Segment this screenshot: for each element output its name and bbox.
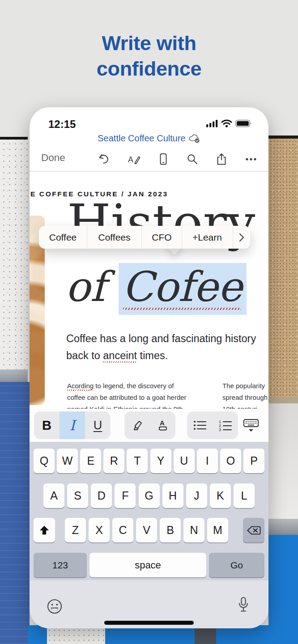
wifi-icon	[221, 119, 232, 127]
key[interactable]: L	[234, 483, 255, 508]
key[interactable]: G	[139, 483, 160, 508]
bg-speckled-tile-left	[0, 137, 28, 369]
signal-icon	[206, 119, 218, 127]
go-key[interactable]: Go	[209, 553, 264, 577]
numbered-list-button[interactable]: 123	[213, 411, 238, 439]
col1-line2: coffee can be attributed to a goat herde…	[67, 392, 195, 403]
shift-icon	[38, 525, 50, 536]
col2-line2: spread through	[222, 392, 268, 403]
col1-line3-clipped: named Kaldi in Ethiopia around the 9th	[67, 403, 195, 409]
col2-line3-clipped: 10th centuri	[222, 403, 268, 409]
key[interactable]: D	[91, 483, 112, 508]
misspelled-word[interactable]: Acording	[67, 382, 94, 390]
bulleted-list-icon	[193, 420, 207, 431]
key[interactable]: P	[243, 449, 264, 473]
bold-icon: B	[42, 418, 51, 433]
space-key[interactable]: space	[89, 553, 206, 577]
undo-icon[interactable]	[98, 153, 110, 165]
key[interactable]: M	[207, 518, 228, 542]
document-toolbar: A	[98, 150, 257, 168]
key[interactable]: F	[115, 483, 136, 508]
key[interactable]: K	[210, 483, 231, 508]
bg-gray-strip-left	[0, 369, 28, 382]
key[interactable]: U	[174, 449, 195, 473]
lead-paragraph: Coffee has a long and fascinating histor…	[66, 330, 268, 364]
microphone-button[interactable]	[238, 597, 249, 614]
svg-text:3: 3	[219, 428, 221, 431]
lead-line2: back to anceint times.	[66, 347, 268, 364]
mobile-view-icon[interactable]	[158, 153, 169, 165]
key[interactable]: C	[112, 518, 133, 542]
bg-cork-board-right	[268, 136, 298, 398]
suggestion-item[interactable]: Coffees	[87, 226, 141, 249]
key[interactable]: Q	[34, 449, 55, 473]
key[interactable]: N	[183, 518, 204, 542]
backspace-key[interactable]	[243, 518, 264, 542]
share-icon[interactable]	[216, 153, 227, 165]
key[interactable]: H	[162, 483, 183, 508]
status-bar-time: 12:15	[48, 118, 76, 131]
suggestions-more-button[interactable]	[233, 226, 250, 249]
key[interactable]: S	[67, 483, 88, 508]
underline-button[interactable]: U	[85, 411, 111, 439]
key[interactable]: E	[80, 449, 101, 473]
search-icon[interactable]	[187, 153, 198, 165]
underline-icon: U	[94, 419, 102, 432]
key[interactable]: R	[103, 449, 124, 473]
key[interactable]: Z	[65, 518, 86, 542]
italic-icon: I	[69, 417, 75, 433]
italic-button[interactable]: I	[60, 411, 85, 439]
key[interactable]: O	[220, 449, 241, 473]
hero-title-line1: Write with	[0, 30, 298, 56]
article-column-left: Acording to legend, the discovery of cof…	[67, 380, 195, 409]
suggestion-item[interactable]: +Learn	[182, 226, 232, 249]
toolbar-divider	[30, 171, 268, 172]
bold-button[interactable]: B	[34, 411, 60, 439]
selected-word-highlight[interactable]: Cofee	[119, 263, 247, 315]
chevron-right-icon	[239, 233, 244, 242]
bulleted-list-button[interactable]	[187, 411, 213, 439]
key[interactable]: W	[57, 449, 78, 473]
key[interactable]: B	[160, 518, 181, 542]
key[interactable]: J	[186, 483, 207, 508]
col2-line1: The popularity	[222, 380, 268, 392]
shift-key[interactable]	[34, 518, 55, 542]
document-title-bar: Seattle Coffee Culture	[30, 133, 268, 144]
suggestion-item[interactable]: CFO	[141, 226, 182, 249]
more-icon[interactable]	[245, 157, 257, 161]
autocorrect-suggestion-bar: CoffeeCoffeesCFO+Learn	[39, 226, 250, 249]
key[interactable]: V	[136, 518, 157, 542]
home-indicator[interactable]	[104, 621, 194, 625]
document-title[interactable]: Seattle Coffee Culture	[98, 133, 185, 144]
bg-tile-bottom	[47, 628, 105, 644]
svg-text:A: A	[160, 419, 165, 427]
key[interactable]: T	[127, 449, 148, 473]
font-color-icon: A	[157, 419, 169, 432]
key[interactable]: Y	[150, 449, 171, 473]
keyboard: QWERTYUIOP ASDFGHJKL ZXCVBNM 123 spac	[30, 442, 268, 628]
col1-line1: Acording to legend, the discovery of	[67, 380, 195, 392]
numbered-list-icon: 123	[219, 419, 232, 431]
misspelled-word[interactable]: anceint	[103, 350, 137, 361]
dismiss-keyboard-button[interactable]	[238, 411, 264, 439]
bg-blue-right	[268, 535, 298, 644]
format-pen-icon[interactable]: A	[128, 153, 140, 165]
lead-line1: Coffee has a long and fascinating histor…	[66, 330, 268, 347]
list-group: 123	[187, 411, 238, 439]
key[interactable]: I	[197, 449, 218, 473]
key[interactable]: A	[43, 483, 64, 508]
lead-line2-after: times.	[137, 350, 168, 361]
suggestion-item[interactable]: Coffee	[39, 226, 87, 249]
numbers-key[interactable]: 123	[34, 553, 87, 577]
heading-prefix: of	[65, 263, 119, 311]
font-color-button[interactable]: A	[150, 411, 175, 439]
battery-icon	[235, 119, 252, 127]
key[interactable]: X	[89, 518, 110, 542]
done-button[interactable]: Done	[41, 152, 65, 164]
emoji-button[interactable]	[47, 598, 63, 614]
article-column-right: The popularity spread through 10th centu…	[222, 380, 268, 409]
bg-tan-strip-right	[268, 398, 298, 403]
hero-title: Write with confidence	[0, 30, 298, 81]
formatting-toolbar: B I U A	[30, 409, 268, 442]
highlighter-button[interactable]	[124, 411, 150, 439]
